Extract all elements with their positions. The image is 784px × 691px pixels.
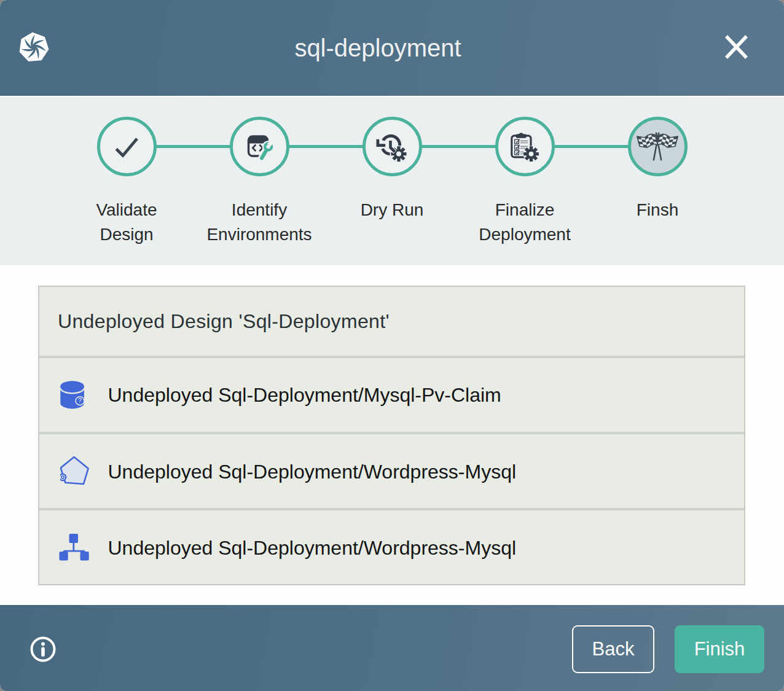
svg-text:?: ? <box>78 397 82 404</box>
